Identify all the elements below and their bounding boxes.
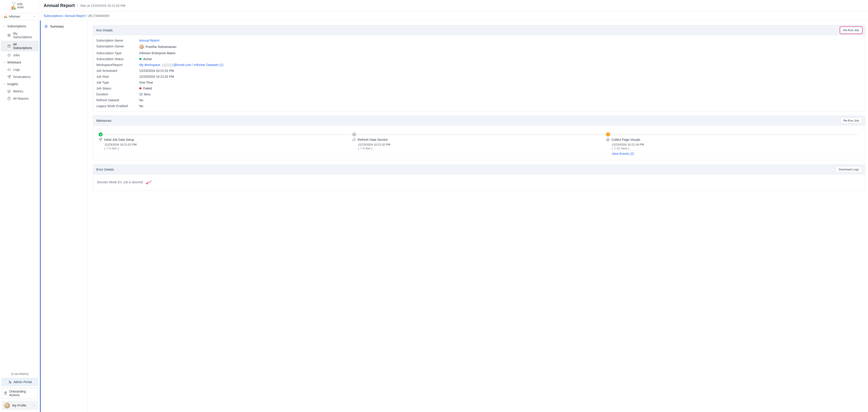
document-icon (7, 97, 11, 100)
label-refresh: Refresh Dataset (96, 98, 139, 102)
tab-summary[interactable]: Summary (41, 22, 87, 31)
nav-section-subscriptions[interactable]: Subscriptions (0, 23, 40, 30)
breadcrumb-job-id: JB1734984069 (88, 14, 109, 18)
label-sub-type: Subscription Type (96, 51, 139, 55)
status-dot-failed-icon (139, 87, 142, 90)
owner-avatar (139, 44, 144, 49)
run-details-panel: Run Details Re-Run Job Subscription Name… (93, 25, 865, 112)
separator-dot: • (77, 4, 78, 7)
nav-item-logs[interactable]: Logs (0, 66, 40, 73)
panel-heading: Run Details (96, 29, 113, 32)
rerun-job-button-primary[interactable]: Re-Run Job (840, 27, 862, 33)
detail-tabs: Summary (40, 21, 88, 412)
nav-section-insights[interactable]: Insights (0, 81, 40, 88)
chevron-down-icon (3, 61, 5, 64)
nav-label: My Subscriptions (13, 32, 37, 39)
nav-label: Logs (13, 68, 20, 71)
workspace-selector[interactable]: Inforiver (2, 13, 38, 20)
user-icon (7, 33, 11, 37)
nav-label: Metrics (13, 90, 23, 93)
nav-item-my-subscriptions[interactable]: My Subscriptions (0, 30, 40, 41)
svg-point-13 (9, 381, 10, 382)
breadcrumb-annual-report[interactable]: Annual Report (65, 14, 86, 18)
nav-item-jobs[interactable]: Jobs (0, 52, 40, 59)
nav-label: Destinations (13, 75, 31, 78)
profile-button[interactable]: My Profile (2, 401, 38, 410)
milestone-title: Initial Job Data Setup (104, 138, 134, 141)
value-legacy: No (139, 104, 143, 108)
value-ws-report[interactable]: My Workspace, @lumel.com / Inforiver Dat… (139, 63, 223, 67)
breadcrumb-subscriptions[interactable]: Subscriptions (43, 14, 63, 18)
nav-section-label: Subscriptions (7, 24, 26, 28)
nav-section-label: Insights (7, 82, 18, 86)
label-scheduled: Job Scheduled (96, 69, 139, 72)
value-sub-owner: Preetha Subramanian (146, 45, 176, 49)
svg-point-25 (607, 138, 609, 139)
label-duration: Duration (96, 92, 139, 96)
brand-line2: river (17, 6, 24, 9)
onboarding-button[interactable]: Onboarding Actions (2, 388, 38, 399)
label-start: Job Start (96, 75, 139, 78)
page-title: Annual Report (43, 3, 75, 8)
milestone-timestamp: 12/23/2024 10:21:02 PM (104, 143, 352, 146)
nav-item-all-subscriptions[interactable]: All Subscriptions (1, 41, 39, 52)
download-logs-button[interactable]: Download Logs (836, 166, 862, 172)
value-sub-status: Active (143, 57, 152, 61)
workspace-name: Inforiver (9, 15, 20, 18)
ran-at-label: Ran at 12/23/2024 10:21:02 PM (81, 4, 125, 7)
cloud-icon (7, 68, 11, 71)
milestones-panel: Milestones Re-Run Job Initi (93, 116, 865, 160)
nav-section-label: Writeback (7, 61, 21, 64)
milestone-node-success-icon (98, 132, 103, 136)
redacted-text (162, 64, 174, 67)
error-message: Booster Mode Err: job is aborted (97, 180, 143, 184)
milestone-timestamp: 12/23/2024 10:21:02 PM (358, 143, 606, 146)
label-legacy: Legacy Mode Enabled (96, 104, 139, 108)
view-events-link[interactable]: View Events (2) (612, 152, 634, 156)
nav-item-destinations[interactable]: Destinations (0, 73, 40, 81)
send-icon (7, 75, 11, 78)
milestone-node-pending-icon (352, 132, 356, 136)
calendar-icon (7, 44, 11, 48)
button-label: Admin Portal (13, 380, 32, 384)
annotation-arrow-icon (145, 181, 152, 185)
label-sub-name: Subscription Name (96, 39, 139, 42)
milestone-duration: ( 0 Sec ) (104, 147, 352, 150)
label-sub-status: Subscription Status (96, 57, 139, 61)
breadcrumb: Subscriptions / Annual Report / JB173498… (40, 11, 868, 21)
nav: Subscriptions My Subscriptions All Subsc… (0, 22, 40, 369)
milestone-node-warning-icon (606, 132, 610, 136)
value-duration: 22 Secs (139, 92, 151, 96)
value-start: 12/23/2024 10:21:02 PM (139, 75, 174, 78)
label-sub-owner: Subscription Owner (96, 44, 139, 49)
nav-item-metrics[interactable]: Metrics (0, 88, 40, 95)
label-status: Job Status (96, 87, 139, 90)
topbar: Annual Report • Ran at 12/23/2024 10:21:… (40, 0, 868, 11)
avatar (4, 403, 10, 408)
tab-label: Summary (50, 25, 64, 28)
env-label: (ir-qa-deploy) (2, 371, 38, 376)
milestone-duration: ( 22 Secs ) (612, 147, 860, 150)
nav-label: Jobs (13, 53, 20, 57)
send-icon (98, 138, 102, 141)
sidebar: inforiver Inforiver Subscriptions My Sub… (0, 0, 40, 412)
value-sub-type: Inforiver Enterprise Matrix (139, 51, 176, 55)
milestone-step-1: Initial Job Data Setup 12/23/2024 10:21:… (98, 132, 352, 156)
chevron-down-icon (33, 15, 35, 18)
clock-icon (7, 53, 11, 57)
logo: inforiver (0, 0, 40, 11)
nav-section-writeback[interactable]: Writeback (0, 59, 40, 66)
summary-icon (44, 25, 48, 28)
value-scheduled: 12/23/2024 10:21:01 PM (139, 69, 174, 72)
milestone-title: Refresh Data Service (358, 138, 388, 141)
chart-icon (7, 90, 11, 93)
value-status: Failed (143, 87, 152, 90)
value-refresh: No (139, 98, 143, 102)
value-sub-name[interactable]: Annual Report (139, 39, 160, 42)
profile-label: My Profile (12, 404, 31, 407)
rerun-job-button-milestones[interactable]: Re-Run Job (840, 118, 862, 124)
label-ws-report: Workspace/Report (96, 63, 139, 67)
nav-label: All Subscriptions (13, 42, 36, 50)
admin-portal-button[interactable]: Admin Portal (2, 378, 38, 386)
nav-item-all-reports[interactable]: All Reports (0, 95, 40, 102)
